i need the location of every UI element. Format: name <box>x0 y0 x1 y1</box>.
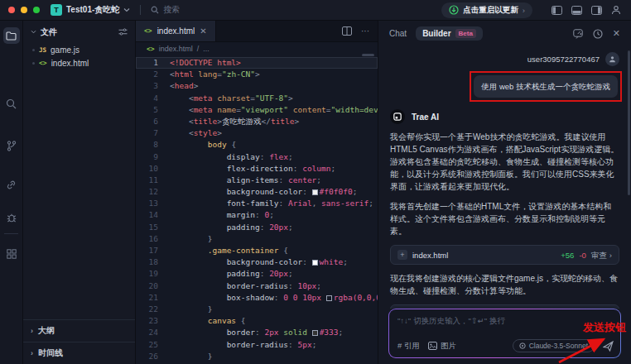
outline-label: 大纲 <box>38 325 55 337</box>
line-number: 10 <box>136 163 170 175</box>
tab-builder[interactable]: Builder Beta <box>416 26 483 41</box>
plus-icon: + <box>397 250 407 260</box>
code-line[interactable]: 3<head> <box>136 80 378 92</box>
color-swatch[interactable] <box>312 189 318 195</box>
timeline-section-header[interactable]: › 时间线 <box>23 342 135 364</box>
line-number: 8 <box>136 139 170 151</box>
beta-badge: Beta <box>455 29 476 38</box>
close-panel-icon[interactable]: ✕ <box>613 28 620 39</box>
code-line[interactable]: 18 background-color: white; <box>136 256 378 268</box>
timeline-label: 时间线 <box>38 347 63 359</box>
code-line[interactable]: 22 } <box>136 304 378 315</box>
new-chat-icon[interactable] <box>573 29 583 39</box>
trae-ide-window: T Test01-贪吃蛇 搜索 点击重启以更新 › <box>0 0 631 364</box>
tab-chat[interactable]: Chat <box>389 29 407 38</box>
code-line[interactable]: 16 } <box>136 233 378 245</box>
code-line[interactable]: 7 <style> <box>136 127 378 139</box>
explorer-panel: 文件 JS game.js <> index.html › 大纲 › 时间线 <box>23 21 136 364</box>
files-section-header[interactable]: 文件 <box>23 21 135 43</box>
line-number: 21 <box>136 292 170 304</box>
code-line[interactable]: 21 box-shadow: 0 0 10px rgba(0,0,0,0. <box>136 292 378 304</box>
remote-link-icon[interactable] <box>3 176 20 193</box>
account-icon[interactable] <box>611 5 621 15</box>
file-name: index.html <box>51 59 89 68</box>
debug-icon[interactable] <box>3 209 20 226</box>
line-number: 20 <box>136 280 170 292</box>
code-line[interactable]: 12 background-color: #f0f0f0; <box>136 186 378 198</box>
layout-panel-bottom-icon[interactable] <box>571 6 582 15</box>
user-message-header: user3095722770467 <box>390 52 619 66</box>
zoom-window-button[interactable] <box>33 7 40 13</box>
split-editor-icon[interactable] <box>342 26 352 36</box>
code-line[interactable]: 6 <title>贪吃蛇游戏</title> <box>136 116 378 127</box>
traffic-lights <box>8 7 40 13</box>
titlebar-actions <box>552 5 621 15</box>
close-window-button[interactable] <box>8 7 15 13</box>
global-search[interactable]: 搜索 <box>151 4 180 16</box>
files-section-title: 文件 <box>41 26 57 38</box>
tab-indexhtml[interactable]: <> index.html ✕ <box>136 21 216 41</box>
code-line[interactable]: 4 <meta charset="UTF-8"> <box>136 93 378 104</box>
project-name: Test01-贪吃蛇 <box>66 4 119 16</box>
reference-button[interactable]: # 引用 <box>397 341 420 352</box>
project-switcher[interactable]: T Test01-贪吃蛇 <box>51 4 130 16</box>
search-icon[interactable] <box>3 95 20 112</box>
layout-sidebar-left-icon[interactable] <box>552 6 562 15</box>
user-message-text: 使用 web 技术栈生成一个贪吃蛇游戏 <box>481 82 610 91</box>
code-line[interactable]: 11 align-items: center; <box>136 175 378 186</box>
chevron-right-icon: › <box>609 249 612 261</box>
minimize-window-button[interactable] <box>21 7 27 13</box>
code-line[interactable]: 19 padding: 20px; <box>136 268 378 280</box>
html-file-icon: <> <box>147 46 155 53</box>
file-status-dot <box>32 62 35 65</box>
chevron-right-icon: › <box>31 349 33 357</box>
line-number: 18 <box>136 256 170 268</box>
editor-tab-bar: <> index.html ✕ ··· <box>136 21 378 42</box>
code-line[interactable]: 10 flex-direction: column; <box>136 163 378 175</box>
chat-scrollbar[interactable] <box>628 50 630 195</box>
code-editor[interactable]: 1<!DOCTYPE html>2<html lang="zh-CN">3<he… <box>136 55 378 362</box>
filter-icon[interactable] <box>118 28 128 36</box>
code-line[interactable]: 24 border: 2px solid #333; <box>136 327 378 338</box>
code-line[interactable]: 23 canvas { <box>136 315 378 327</box>
file-item-indexhtml[interactable]: <> index.html <box>23 56 135 69</box>
update-download-icon <box>449 5 459 15</box>
more-actions-icon[interactable]: ··· <box>361 26 369 36</box>
color-swatch[interactable] <box>326 295 332 301</box>
model-icon <box>519 342 526 349</box>
code-line[interactable]: 5 <meta name="viewport" content="width=d… <box>136 104 378 116</box>
review-button[interactable]: 审查› <box>591 249 612 261</box>
restart-update-button[interactable]: 点击重启以更新 › <box>441 2 532 18</box>
code-line[interactable]: 25 border-radius: 5px; <box>136 339 378 351</box>
code-line[interactable]: 15 padding: 20px; <box>136 222 378 233</box>
code-line[interactable]: 8 body { <box>136 139 378 151</box>
code-line[interactable]: 2<html lang="zh-CN"> <box>136 69 378 80</box>
editor-area: <> index.html ✕ ··· <> index.html / ... … <box>136 21 378 364</box>
color-swatch[interactable] <box>312 260 318 266</box>
close-tab-icon[interactable]: ✕ <box>200 26 206 36</box>
image-upload-button[interactable]: 图片 <box>428 341 456 352</box>
outline-section-header[interactable]: › 大纲 <box>23 319 135 342</box>
source-control-icon[interactable] <box>3 137 20 154</box>
js-file-icon: JS <box>39 46 46 54</box>
code-line[interactable]: 9 display: flex; <box>136 151 378 163</box>
line-number: 7 <box>136 127 170 139</box>
color-swatch[interactable] <box>312 330 318 336</box>
explorer-icon[interactable] <box>3 27 20 44</box>
code-line[interactable]: 20 border-radius: 10px; <box>136 280 378 292</box>
lines-added: +56 <box>561 249 574 261</box>
file-item-gamejs[interactable]: JS game.js <box>23 43 135 56</box>
code-line[interactable]: 1<!DOCTYPE html> <box>136 57 378 69</box>
file-change-card-indexhtml[interactable]: + index.html +56 -0 审查› <box>390 245 619 265</box>
breadcrumb[interactable]: <> index.html / ... <box>136 42 378 55</box>
code-line[interactable]: 26 } <box>136 351 378 362</box>
breadcrumb-file: index.html <box>159 45 193 53</box>
code-line[interactable]: 17 .game-container { <box>136 245 378 256</box>
extensions-icon[interactable] <box>3 246 20 262</box>
changed-file-name: index.html <box>412 249 448 261</box>
history-icon[interactable] <box>593 29 603 39</box>
layout-sidebar-right-icon[interactable] <box>591 6 602 15</box>
code-line[interactable]: 13 font-family: Arial, sans-serif; <box>136 198 378 209</box>
code-line[interactable]: 14 margin: 0; <box>136 209 378 221</box>
chat-header-actions: ✕ <box>573 28 620 39</box>
